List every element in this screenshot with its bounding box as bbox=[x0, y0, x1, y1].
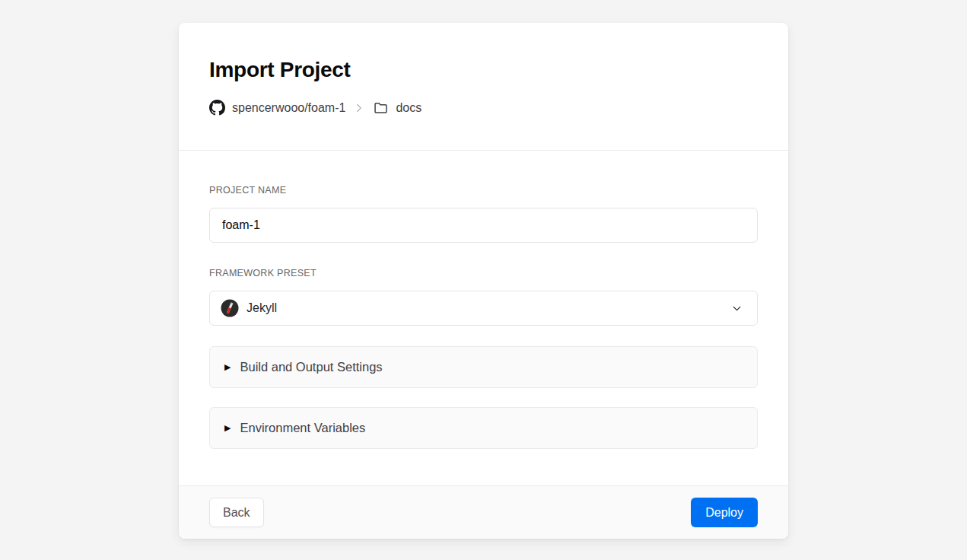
breadcrumb-repo: spencerwooo/foam-1 bbox=[232, 101, 345, 115]
framework-preset-group: FRAMEWORK PRESET Jekyll bbox=[209, 268, 758, 326]
project-name-group: PROJECT NAME bbox=[209, 185, 758, 243]
project-name-input[interactable] bbox=[209, 208, 758, 243]
folder-icon bbox=[373, 100, 389, 116]
breadcrumb: spencerwooo/foam-1 docs bbox=[209, 100, 758, 116]
chevron-right-icon bbox=[352, 101, 366, 115]
dialog-footer: Back Deploy bbox=[179, 485, 788, 539]
back-button[interactable]: Back bbox=[209, 498, 264, 527]
accordion-environment-variables[interactable]: ▶ Environment Variables bbox=[209, 407, 758, 449]
import-project-dialog: Import Project spencerwooo/foam-1 docs P… bbox=[179, 23, 788, 539]
project-name-label: PROJECT NAME bbox=[209, 185, 758, 196]
framework-preset-label: FRAMEWORK PRESET bbox=[209, 268, 758, 278]
accordion-label: Build and Output Settings bbox=[240, 360, 382, 374]
expand-triangle-icon: ▶ bbox=[224, 363, 231, 371]
breadcrumb-directory: docs bbox=[396, 101, 421, 115]
framework-preset-select[interactable]: Jekyll bbox=[209, 291, 758, 326]
accordion-label: Environment Variables bbox=[240, 421, 365, 435]
deploy-button[interactable]: Deploy bbox=[691, 498, 758, 527]
framework-preset-value: Jekyll bbox=[247, 301, 723, 315]
github-icon bbox=[209, 100, 225, 116]
jekyll-logo-icon bbox=[221, 299, 239, 317]
accordion-build-output-settings[interactable]: ▶ Build and Output Settings bbox=[209, 346, 758, 388]
page-title: Import Project bbox=[209, 58, 758, 82]
expand-triangle-icon: ▶ bbox=[224, 424, 231, 432]
dialog-body: PROJECT NAME FRAMEWORK PRESET Jekyll bbox=[179, 151, 788, 485]
dialog-header: Import Project spencerwooo/foam-1 docs bbox=[179, 23, 788, 151]
chevron-down-icon bbox=[730, 302, 743, 315]
